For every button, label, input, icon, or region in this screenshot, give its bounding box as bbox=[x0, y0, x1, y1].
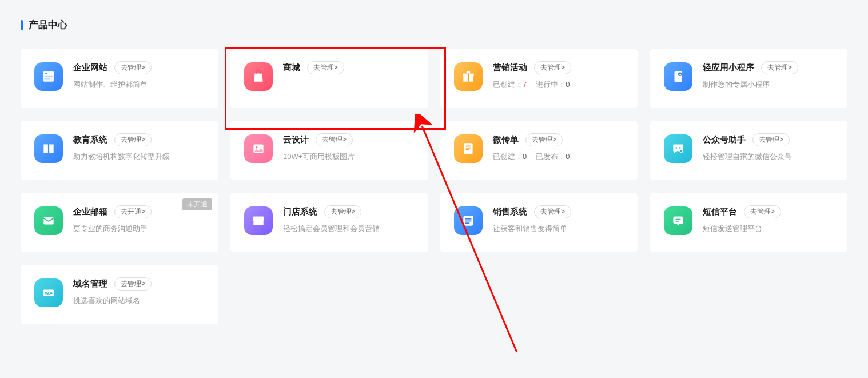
svg-rect-15 bbox=[466, 146, 471, 147]
manage-button[interactable]: 去管理> bbox=[744, 205, 781, 218]
card-description: 挑选喜欢的网站域名 bbox=[73, 296, 204, 306]
svg-point-19 bbox=[679, 147, 681, 149]
flyer-icon bbox=[454, 134, 483, 163]
product-card-mail[interactable]: 企业邮箱去开通>更专业的商务沟通助手未开通 bbox=[21, 193, 218, 252]
card-title: 云设计 bbox=[283, 134, 309, 145]
mail-icon bbox=[34, 206, 63, 235]
section-title: 产品中心 bbox=[21, 18, 847, 31]
card-title: 短信平台 bbox=[703, 206, 737, 217]
store-icon bbox=[244, 206, 273, 235]
manage-button[interactable]: 去管理> bbox=[324, 205, 361, 218]
card-title: 教育系统 bbox=[73, 134, 107, 145]
card-description: 助力教培机构数字化转型升级 bbox=[73, 152, 204, 162]
svg-rect-14 bbox=[464, 143, 472, 154]
gift-icon bbox=[454, 62, 483, 91]
card-stats: 已创建：0已发布：0 bbox=[493, 152, 624, 162]
card-title: 门店系统 bbox=[283, 206, 317, 217]
manage-button[interactable]: 去管理> bbox=[534, 61, 571, 74]
product-card-store[interactable]: 门店系统去管理>轻松搞定会员管理和会员营销 bbox=[230, 193, 428, 252]
manage-button[interactable]: 去管理> bbox=[525, 133, 563, 146]
svg-rect-27 bbox=[676, 219, 681, 220]
manage-button[interactable]: 去管理> bbox=[114, 61, 152, 74]
product-card-sms[interactable]: 短信平台去管理>短信发送管理平台 bbox=[650, 193, 847, 252]
product-card-clouddesign[interactable]: 云设计去管理>10W+可商用模板图片 bbox=[230, 121, 428, 180]
section-title-accent-bar bbox=[21, 20, 23, 30]
svg-point-20 bbox=[680, 150, 683, 153]
card-title: 商城 bbox=[283, 62, 300, 73]
product-card-domain[interactable]: W.=域名管理去管理>挑选喜欢的网站域名 bbox=[21, 265, 218, 324]
browser-icon bbox=[34, 62, 63, 91]
svg-rect-5 bbox=[44, 78, 50, 79]
chat-icon bbox=[664, 134, 692, 163]
svg-rect-25 bbox=[465, 222, 470, 224]
svg-point-2 bbox=[45, 73, 46, 74]
svg-text:W.=: W.= bbox=[45, 291, 53, 296]
manage-button[interactable]: 去管理> bbox=[307, 61, 344, 74]
image-icon bbox=[244, 134, 273, 163]
book-icon bbox=[34, 134, 63, 163]
manage-button[interactable]: 去管理> bbox=[752, 133, 790, 146]
product-card-marketing[interactable]: 营销活动去管理>已创建：7进行中：0 bbox=[440, 49, 638, 108]
card-title: 企业邮箱 bbox=[73, 206, 107, 217]
card-description: 短信发送管理平台 bbox=[703, 224, 834, 234]
card-description: 制作您的专属小程序 bbox=[703, 79, 834, 90]
stat-label: 已创建： bbox=[493, 152, 523, 161]
svg-rect-11 bbox=[48, 144, 49, 153]
svg-rect-28 bbox=[676, 221, 679, 222]
card-title: 营销活动 bbox=[493, 62, 527, 73]
card-description: 轻松管理自家的微信公众号 bbox=[703, 152, 834, 162]
product-card-flyer[interactable]: 微传单去管理>已创建：0已发布：0 bbox=[440, 121, 638, 180]
product-card-edu[interactable]: 教育系统去管理>助力教培机构数字化转型升级 bbox=[21, 121, 218, 180]
status-badge: 未开通 bbox=[182, 198, 212, 210]
stat-label: 已创建： bbox=[493, 80, 523, 89]
svg-rect-17 bbox=[466, 149, 469, 150]
product-card-mall[interactable]: 商城去管理> bbox=[230, 49, 428, 108]
product-card-sales[interactable]: 销售系统去管理>让获客和销售变得简单 bbox=[440, 193, 638, 252]
manage-button[interactable]: 去管理> bbox=[316, 133, 353, 146]
list-icon bbox=[454, 206, 483, 235]
card-description: 让获客和销售变得简单 bbox=[493, 224, 624, 234]
svg-rect-8 bbox=[468, 74, 469, 82]
svg-rect-4 bbox=[44, 76, 53, 77]
stat-value: 7 bbox=[523, 80, 527, 89]
stat-value: 0 bbox=[566, 80, 570, 89]
svg-point-18 bbox=[675, 147, 677, 149]
svg-rect-26 bbox=[673, 216, 683, 224]
stat-value: 0 bbox=[523, 152, 527, 161]
phone-icon bbox=[664, 62, 692, 91]
domain-icon: W.= bbox=[34, 278, 63, 307]
product-card-website[interactable]: 企业网站去管理>网站制作、维护都简单 bbox=[21, 49, 218, 108]
stat-label: 进行中： bbox=[536, 80, 566, 89]
svg-rect-16 bbox=[466, 148, 471, 149]
manage-button[interactable]: 去管理> bbox=[114, 133, 152, 146]
bag-icon bbox=[244, 62, 273, 91]
manage-button[interactable]: 去管理> bbox=[114, 277, 152, 291]
stat-value: 0 bbox=[566, 152, 570, 161]
svg-point-10 bbox=[678, 72, 682, 76]
card-title: 域名管理 bbox=[73, 278, 107, 289]
stat-label: 已发布： bbox=[536, 152, 566, 161]
card-title: 公众号助手 bbox=[703, 134, 746, 145]
open-button[interactable]: 去开通> bbox=[114, 205, 152, 218]
card-title: 销售系统 bbox=[493, 206, 527, 217]
card-description: 网站制作、维护都简单 bbox=[73, 79, 204, 90]
card-stats: 已创建：7进行中：0 bbox=[493, 79, 624, 90]
card-title: 轻应用小程序 bbox=[703, 62, 754, 73]
sms-icon bbox=[664, 206, 692, 235]
manage-button[interactable]: 去管理> bbox=[534, 205, 571, 218]
card-description: 10W+可商用模板图片 bbox=[283, 152, 414, 162]
svg-rect-21 bbox=[43, 217, 53, 225]
card-title: 微传单 bbox=[493, 134, 519, 145]
product-card-miniapp[interactable]: 轻应用小程序去管理>制作您的专属小程序 bbox=[650, 49, 847, 108]
svg-point-3 bbox=[46, 73, 47, 74]
product-card-wechat[interactable]: 公众号助手去管理>轻松管理自家的微信公众号 bbox=[650, 121, 847, 180]
card-description: 更专业的商务沟通助手 bbox=[73, 224, 204, 234]
manage-button[interactable]: 去管理> bbox=[761, 61, 798, 74]
card-title: 企业网站 bbox=[73, 62, 107, 73]
svg-rect-24 bbox=[465, 220, 472, 221]
svg-rect-23 bbox=[465, 218, 472, 220]
card-description: 轻松搞定会员管理和会员营销 bbox=[283, 224, 414, 234]
section-title-text: 产品中心 bbox=[29, 18, 67, 31]
svg-point-13 bbox=[256, 146, 257, 148]
